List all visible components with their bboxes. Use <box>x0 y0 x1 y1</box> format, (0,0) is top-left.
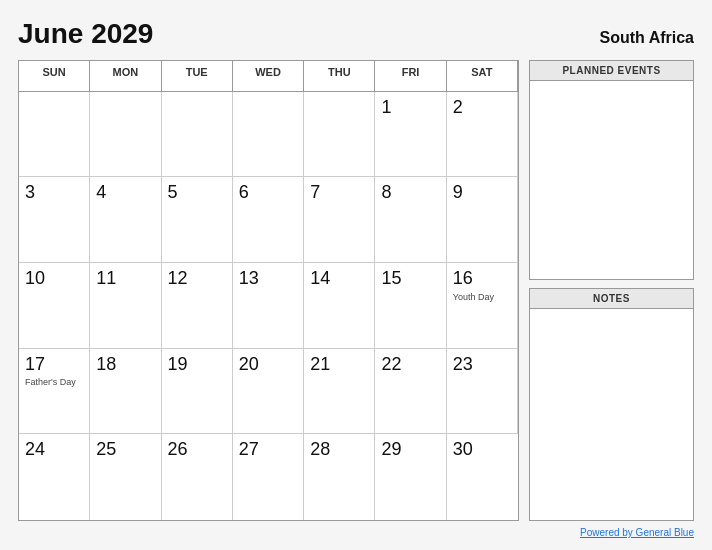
day-cell-empty <box>233 92 304 178</box>
day-cell-17: 17 Father's Day <box>19 349 90 435</box>
day-header-sat: SAT <box>447 61 518 92</box>
day-cell-24: 24 <box>19 434 90 520</box>
day-number: 24 <box>25 439 83 461</box>
day-number: 3 <box>25 182 83 204</box>
planned-events-header: PLANNED EVENTS <box>530 61 693 81</box>
day-number: 9 <box>453 182 511 204</box>
day-number: 23 <box>453 354 511 376</box>
day-cell-2: 2 <box>447 92 518 178</box>
day-cell-11: 11 <box>90 263 161 349</box>
day-number: 29 <box>381 439 439 461</box>
day-cell-empty <box>90 92 161 178</box>
day-cell-28: 28 <box>304 434 375 520</box>
day-cell-empty <box>162 92 233 178</box>
day-cell-29: 29 <box>375 434 446 520</box>
day-number: 8 <box>381 182 439 204</box>
day-number: 18 <box>96 354 154 376</box>
day-cell-empty <box>304 92 375 178</box>
day-cell-23: 23 <box>447 349 518 435</box>
day-cell-15: 15 <box>375 263 446 349</box>
day-number: 20 <box>239 354 297 376</box>
day-cell-22: 22 <box>375 349 446 435</box>
day-cell-16: 16 Youth Day <box>447 263 518 349</box>
day-header-tue: TUE <box>162 61 233 92</box>
day-cell-19: 19 <box>162 349 233 435</box>
day-cell-9: 9 <box>447 177 518 263</box>
month-year-title: June 2029 <box>18 18 153 50</box>
day-cell-5: 5 <box>162 177 233 263</box>
main-content: SUN MON TUE WED THU FRI SAT 1 2 <box>18 60 694 521</box>
day-number: 26 <box>168 439 226 461</box>
day-cell-4: 4 <box>90 177 161 263</box>
day-number: 1 <box>381 97 439 119</box>
day-header-wed: WED <box>233 61 304 92</box>
notes-panel: NOTES <box>529 288 694 521</box>
day-cell-10: 10 <box>19 263 90 349</box>
planned-events-body <box>530 81 693 279</box>
calendar-page: June 2029 South Africa SUN MON TUE WED T… <box>0 0 712 550</box>
day-cell-3: 3 <box>19 177 90 263</box>
calendar-header: June 2029 South Africa <box>18 18 694 50</box>
day-number: 30 <box>453 439 512 461</box>
day-cell-7: 7 <box>304 177 375 263</box>
day-number: 25 <box>96 439 154 461</box>
day-cell-14: 14 <box>304 263 375 349</box>
notes-header: NOTES <box>530 289 693 309</box>
day-number: 15 <box>381 268 439 290</box>
day-cell-13: 13 <box>233 263 304 349</box>
day-cell-18: 18 <box>90 349 161 435</box>
day-number: 27 <box>239 439 297 461</box>
day-number: 28 <box>310 439 368 461</box>
day-number: 17 <box>25 354 83 376</box>
day-number: 21 <box>310 354 368 376</box>
day-header-sun: SUN <box>19 61 90 92</box>
notes-body <box>530 309 693 520</box>
day-number: 19 <box>168 354 226 376</box>
footer: Powered by General Blue <box>18 527 694 538</box>
day-header-thu: THU <box>304 61 375 92</box>
day-cell-1: 1 <box>375 92 446 178</box>
day-cell-12: 12 <box>162 263 233 349</box>
planned-events-panel: PLANNED EVENTS <box>529 60 694 280</box>
day-number: 16 <box>453 268 511 290</box>
day-cell-8: 8 <box>375 177 446 263</box>
day-header-mon: MON <box>90 61 161 92</box>
day-number: 6 <box>239 182 297 204</box>
day-cell-25: 25 <box>90 434 161 520</box>
day-cell-27: 27 <box>233 434 304 520</box>
country-title: South Africa <box>599 29 694 47</box>
calendar-grid: SUN MON TUE WED THU FRI SAT 1 2 <box>19 61 518 520</box>
day-number: 2 <box>453 97 511 119</box>
day-number: 11 <box>96 268 154 290</box>
day-cell-empty <box>19 92 90 178</box>
day-cell-26: 26 <box>162 434 233 520</box>
day-number: 7 <box>310 182 368 204</box>
right-section: PLANNED EVENTS NOTES <box>529 60 694 521</box>
day-cell-21: 21 <box>304 349 375 435</box>
day-cell-20: 20 <box>233 349 304 435</box>
day-number: 22 <box>381 354 439 376</box>
day-number: 13 <box>239 268 297 290</box>
day-number: 10 <box>25 268 83 290</box>
day-number: 12 <box>168 268 226 290</box>
day-cell-6: 6 <box>233 177 304 263</box>
day-number: 14 <box>310 268 368 290</box>
day-number: 4 <box>96 182 154 204</box>
event-fathers-day: Father's Day <box>25 377 83 388</box>
day-number: 5 <box>168 182 226 204</box>
event-youth-day: Youth Day <box>453 292 511 303</box>
powered-by-link[interactable]: Powered by General Blue <box>580 527 694 538</box>
calendar-grid-section: SUN MON TUE WED THU FRI SAT 1 2 <box>18 60 519 521</box>
day-header-fri: FRI <box>375 61 446 92</box>
day-cell-30: 30 <box>447 434 518 520</box>
